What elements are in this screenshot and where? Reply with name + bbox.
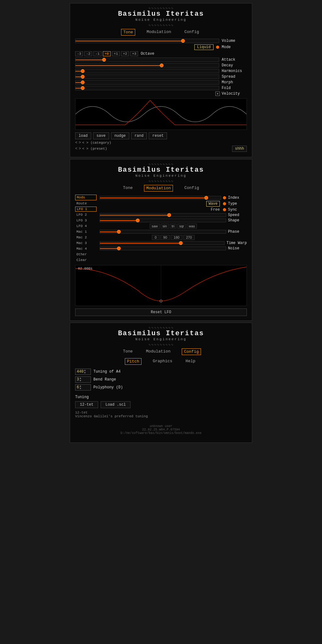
nav2-config-tab[interactable]: Config: [182, 185, 201, 192]
sidebar-mac4[interactable]: Mac 4: [75, 246, 97, 251]
tuning-current-button[interactable]: 12-tet: [75, 401, 98, 408]
rand-button[interactable]: rand: [131, 132, 147, 139]
save-button[interactable]: save: [93, 132, 109, 139]
nav3-modulation-tab[interactable]: Modulation: [144, 348, 172, 355]
oct-minus1[interactable]: -1: [93, 51, 101, 56]
config-tab-help[interactable]: Help: [184, 358, 197, 365]
phase-90[interactable]: 90: [160, 235, 170, 240]
oct-minus2[interactable]: -2: [84, 51, 92, 56]
bend-range-spinbox[interactable]: 3 ▲ ▼: [75, 376, 91, 383]
footer-line1: unknown user: [75, 425, 247, 428]
wave-sqr[interactable]: sqr: [177, 224, 186, 229]
nav2-tone-tab[interactable]: Tone: [121, 185, 135, 192]
sync-row: Free Sync: [100, 208, 247, 212]
oct-minus3[interactable]: -3: [75, 51, 83, 56]
footer: unknown user 22.02.25.W04.P.07594 D:/ne/…: [75, 425, 247, 438]
sidebar-clear[interactable]: Clear: [75, 258, 97, 263]
velocity-checkbox[interactable]: ✕: [215, 92, 220, 96]
fold-slider[interactable]: [75, 86, 219, 90]
sidebar-lfo4[interactable]: LFO 4: [75, 224, 97, 229]
nav2-modulation-tab[interactable]: Modulation: [144, 185, 173, 192]
sidebar-other[interactable]: Other: [75, 252, 97, 257]
panel2-header: ∿∿∿∿∿∿∿∿∿ Basimilus Iteritas Noise Engin…: [75, 163, 247, 183]
config-tab-graphics[interactable]: Graphics: [151, 358, 174, 365]
load-button[interactable]: load: [75, 132, 91, 139]
phase-0[interactable]: 0: [152, 235, 159, 240]
sidebar-mac1[interactable]: Mac 1: [75, 229, 97, 234]
sidebar-lfo2[interactable]: LFO 2: [75, 212, 97, 217]
panel1-title: Basimilus Iteritas: [75, 10, 247, 18]
panel3-subtitle: Noise Engineering: [75, 337, 247, 341]
volume-slider[interactable]: [75, 39, 219, 43]
preset-prev[interactable]: <: [75, 147, 77, 151]
sidebar-lfo3[interactable]: LFO 3: [75, 218, 97, 223]
sidebar-route[interactable]: Route: [75, 201, 97, 206]
panel2-title: Basimilus Iteritas: [75, 166, 247, 174]
tuning-load-button[interactable]: Load .scl: [101, 401, 130, 408]
wave-tri[interactable]: tri: [170, 224, 176, 229]
wave-buttons-row: saw sin tri sqr was: [100, 224, 247, 229]
attack-slider[interactable]: [75, 58, 219, 62]
type-value[interactable]: Wave: [206, 201, 220, 207]
harmonics-slider[interactable]: [75, 69, 219, 73]
polyphony-value: 6: [77, 385, 79, 390]
polyphony-label: Polyphony (D): [93, 385, 123, 390]
sidebar-lfo1[interactable]: LFO 1: [75, 207, 97, 212]
nudge-button[interactable]: nudge: [111, 132, 129, 139]
type-label: Type: [228, 202, 247, 206]
tuning-section: Tuning 12-tet Load .scl 12-tet Vincenzo …: [75, 395, 247, 418]
reset-button[interactable]: reset: [149, 132, 167, 139]
nav3-config-tab[interactable]: Config: [182, 348, 201, 355]
sync-label: Sync: [228, 208, 247, 212]
config-tab-pitch[interactable]: Pitch: [125, 358, 142, 365]
speed-slider[interactable]: [100, 213, 226, 217]
oct-plus3[interactable]: +3: [130, 51, 138, 56]
category-next[interactable]: >: [79, 141, 81, 145]
timewarp-slider[interactable]: [100, 241, 225, 245]
tuning-a4-spinbox[interactable]: 440 ▲ ▼: [75, 369, 91, 375]
spread-slider[interactable]: [75, 75, 219, 79]
phase-180[interactable]: 180: [171, 235, 182, 240]
morph-slider[interactable]: [75, 80, 219, 85]
polyphony-arrows[interactable]: ▲ ▼: [80, 385, 81, 390]
tuning-desc2: Vincenzo Galilei's preferred tuning: [75, 414, 247, 418]
reset-lfo-button[interactable]: Reset LFO: [75, 308, 247, 316]
oct-plus2[interactable]: +2: [121, 51, 129, 56]
wave-sin[interactable]: sin: [161, 224, 169, 229]
bend-range-arrows[interactable]: ▲ ▼: [80, 377, 81, 382]
index-slider[interactable]: [100, 196, 221, 200]
nav-config-tab[interactable]: Config: [182, 29, 201, 36]
decay-slider[interactable]: [75, 63, 219, 68]
oct-plus1[interactable]: +1: [112, 51, 120, 56]
oct-zero[interactable]: +0: [103, 51, 111, 56]
decay-label: Decay: [222, 63, 247, 68]
panel3-nav: Tone Modulation Config: [75, 348, 247, 355]
sidebar-mods[interactable]: Mods: [75, 195, 97, 200]
harmonics-row: Harmonics: [75, 69, 247, 73]
phase-buttons-row: 0 90 180 270: [100, 235, 247, 240]
polyphony-spinbox[interactable]: 6 ▲ ▼: [75, 384, 91, 391]
phase-270[interactable]: 270: [183, 235, 195, 240]
sidebar-mac3[interactable]: Mac 3: [75, 241, 97, 246]
category-prev[interactable]: <: [75, 141, 77, 145]
noise-slider[interactable]: [100, 247, 226, 250]
wave-deco3-bottom: ∿∿∿∿∿∿∿∿∿: [75, 343, 247, 347]
shape-slider[interactable]: [100, 219, 226, 222]
mode-label: Mode: [222, 45, 247, 49]
nav-tone-tab[interactable]: Tone: [121, 29, 135, 36]
wave-was[interactable]: was: [187, 224, 197, 229]
sync-dot: [223, 208, 226, 211]
velocity-row: ✕ Velocity: [75, 92, 247, 96]
nav-modulation-tab[interactable]: Modulation: [145, 29, 173, 36]
tuning-a4-arrows[interactable]: ▲ ▼: [84, 369, 86, 374]
tuning-buttons: 12-tet Load .scl: [75, 401, 247, 408]
wave-deco-top: ∿∿∿∿∿∿∿∿∿: [75, 7, 247, 10]
morph-row: Morph: [75, 80, 247, 85]
phase-slider[interactable]: [100, 230, 226, 234]
nav3-tone-tab[interactable]: Tone: [121, 348, 135, 355]
bend-range-row: 3 ▲ ▼ Bend Range: [75, 376, 247, 383]
sidebar-mac2[interactable]: Mac 2: [75, 235, 97, 240]
wave-saw[interactable]: saw: [150, 224, 160, 229]
preset-next[interactable]: >: [79, 147, 81, 151]
mode-value[interactable]: Liquid: [194, 44, 214, 50]
